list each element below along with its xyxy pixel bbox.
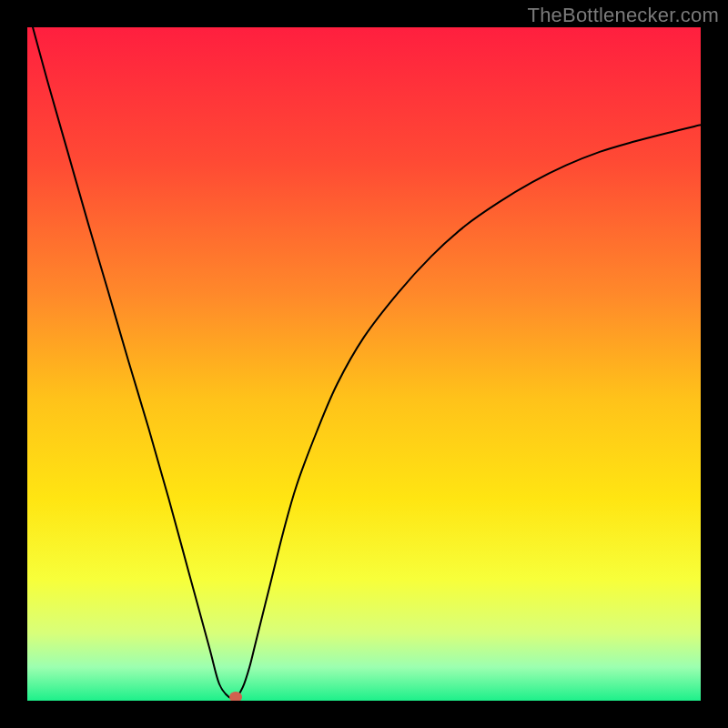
watermark-text: TheBottlenecker.com [528, 4, 719, 27]
chart-frame: TheBottlenecker.com [0, 0, 728, 728]
gradient-background [27, 27, 701, 701]
minimum-marker [229, 692, 242, 701]
plot-area [27, 27, 701, 701]
plot-svg [27, 27, 701, 701]
